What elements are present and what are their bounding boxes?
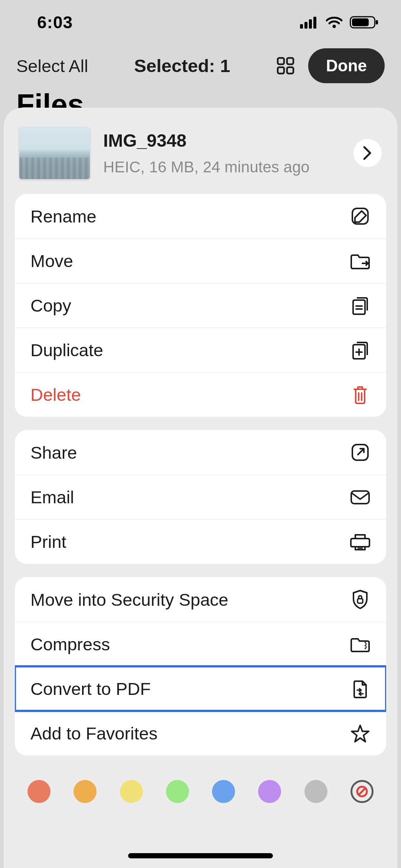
file-name-label: IMG_9348 xyxy=(103,130,340,151)
envelope-icon xyxy=(350,487,371,508)
trash-icon xyxy=(350,384,371,405)
star-icon xyxy=(350,723,371,744)
nav-bar: Select All Selected: 1 Done xyxy=(0,45,401,94)
security-space-label: Move into Security Space xyxy=(30,589,228,610)
email-label: Email xyxy=(30,487,74,507)
status-icons xyxy=(300,16,379,29)
file-subtitle-label: HEIC, 16 MB, 24 minutes ago xyxy=(103,158,340,176)
favorite-row[interactable]: Add to Favorites xyxy=(15,711,386,755)
svg-rect-10 xyxy=(278,67,284,74)
move-label: Move xyxy=(30,251,73,271)
action-group-share: Share Email Print xyxy=(15,430,386,564)
home-indicator[interactable] xyxy=(128,853,273,858)
action-group-file-ops: Rename Move Copy xyxy=(15,194,386,417)
svg-rect-6 xyxy=(352,19,369,26)
move-row[interactable]: Move xyxy=(15,238,386,283)
share-label: Share xyxy=(30,442,77,463)
chevron-right-icon xyxy=(362,146,373,160)
status-bar: 6:03 xyxy=(0,0,401,45)
print-row[interactable]: Print xyxy=(15,519,386,564)
rename-icon xyxy=(350,206,371,227)
tag-dot-0[interactable] xyxy=(27,780,50,803)
svg-rect-20 xyxy=(351,491,369,504)
file-header[interactable]: IMG_9348 HEIC, 16 MB, 24 minutes ago xyxy=(15,125,386,194)
grid-view-icon[interactable] xyxy=(276,56,295,75)
action-group-extra: Move into Security Space Compress Conver… xyxy=(15,577,386,755)
duplicate-icon xyxy=(350,340,371,361)
move-icon xyxy=(350,251,371,272)
archive-icon xyxy=(350,634,371,655)
printer-icon xyxy=(350,531,371,552)
security-space-row[interactable]: Move into Security Space xyxy=(15,577,386,622)
duplicate-label: Duplicate xyxy=(30,340,103,360)
share-row[interactable]: Share xyxy=(15,430,386,475)
tag-dot-2[interactable] xyxy=(120,780,143,803)
color-tag-row xyxy=(15,769,386,803)
delete-label: Delete xyxy=(30,384,81,405)
svg-rect-11 xyxy=(287,67,293,74)
convert-pdf-row[interactable]: Convert to PDF xyxy=(15,666,386,711)
status-time: 6:03 xyxy=(37,12,73,32)
action-sheet: IMG_9348 HEIC, 16 MB, 24 minutes ago Ren… xyxy=(4,108,397,868)
tag-dot-3[interactable] xyxy=(166,780,189,803)
svg-line-30 xyxy=(359,788,365,795)
copy-label: Copy xyxy=(30,295,71,316)
no-symbol-icon xyxy=(355,785,369,798)
tag-dot-4[interactable] xyxy=(212,780,235,803)
cellular-icon xyxy=(300,16,319,29)
tag-clear-button[interactable] xyxy=(351,780,374,803)
tag-dot-6[interactable] xyxy=(304,780,327,803)
file-details-button[interactable] xyxy=(353,139,382,167)
convert-pdf-label: Convert to PDF xyxy=(30,679,151,699)
svg-rect-9 xyxy=(287,58,293,64)
wifi-icon xyxy=(325,16,343,29)
share-icon xyxy=(350,442,371,463)
svg-rect-7 xyxy=(376,20,378,25)
delete-row[interactable]: Delete xyxy=(15,372,386,417)
tag-dot-5[interactable] xyxy=(258,780,281,803)
svg-rect-8 xyxy=(278,58,284,64)
print-label: Print xyxy=(30,531,66,552)
file-thumbnail xyxy=(19,127,90,179)
rename-label: Rename xyxy=(30,206,97,227)
select-all-button[interactable]: Select All xyxy=(16,56,88,76)
tag-dot-1[interactable] xyxy=(74,780,97,803)
compress-label: Compress xyxy=(30,634,110,654)
rename-row[interactable]: Rename xyxy=(15,194,386,238)
svg-rect-1 xyxy=(304,22,307,29)
svg-rect-0 xyxy=(300,24,303,29)
convert-icon xyxy=(350,679,371,699)
copy-row[interactable]: Copy xyxy=(15,283,386,328)
duplicate-row[interactable]: Duplicate xyxy=(15,328,386,372)
battery-icon xyxy=(350,16,379,29)
shield-lock-icon xyxy=(350,589,371,610)
svg-point-4 xyxy=(333,25,336,28)
done-button[interactable]: Done xyxy=(308,48,385,83)
selected-count-label: Selected: 1 xyxy=(134,55,230,76)
compress-row[interactable]: Compress xyxy=(15,622,386,666)
email-row[interactable]: Email xyxy=(15,475,386,519)
copy-icon xyxy=(350,295,371,316)
svg-rect-23 xyxy=(358,599,363,603)
svg-rect-3 xyxy=(313,17,316,29)
svg-rect-2 xyxy=(309,19,312,29)
favorite-label: Add to Favorites xyxy=(30,723,157,744)
